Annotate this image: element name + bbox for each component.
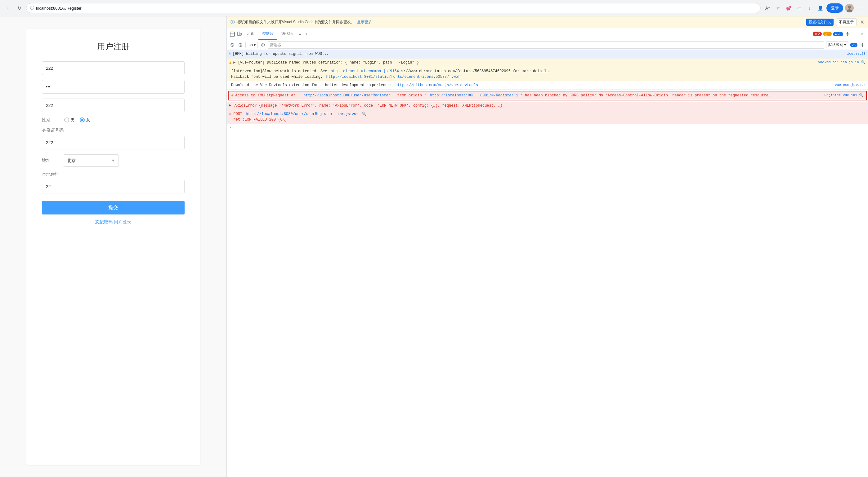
address-label: 地址 (42, 158, 59, 163)
download-icon[interactable]: ↓ (805, 4, 814, 12)
radio-inner-dot (81, 119, 84, 121)
top-label: top (248, 43, 253, 47)
xhr-source[interactable]: xhr.js:251 (338, 112, 358, 116)
close-devtools-icon[interactable]: ✕ (859, 31, 866, 37)
console-entry-expand: › (227, 124, 868, 132)
translate-icon[interactable]: Aᵃ (763, 4, 772, 12)
banner-actions: 设置根文件夹 不再显示 ✕ (806, 18, 864, 26)
filter-icon[interactable] (237, 42, 244, 48)
reload-button[interactable]: ↻ (15, 4, 24, 12)
more-options-icon[interactable]: ⋮ (852, 31, 858, 37)
local-address-input[interactable] (42, 180, 185, 194)
level-dropdown-arrow: ▾ (844, 43, 846, 47)
post-url[interactable]: http://localhost:8080/user/userRegister (246, 112, 333, 116)
banner-close-icon[interactable]: ✕ (860, 19, 864, 25)
add-tab-icon[interactable]: + (303, 31, 310, 37)
inspect-icon[interactable] (229, 31, 236, 37)
vue-router-text: ▶ [vue-router] Duplicate named routes de… (233, 60, 816, 65)
password-input[interactable] (42, 80, 185, 94)
bottom-expand-arrow[interactable]: › (229, 125, 231, 131)
male-radio-circle (64, 117, 69, 123)
search-icon-post[interactable]: 🔍 (362, 112, 366, 116)
tab-elements-label: 元素 (247, 31, 254, 36)
font-link[interactable]: http://localhost:8081/static/fonts/eleme… (326, 75, 462, 79)
address-bar[interactable]: ⓘ localhost:8081/#/Register (26, 3, 761, 13)
filter-input[interactable] (268, 41, 824, 49)
id-input[interactable] (42, 136, 185, 149)
login-button[interactable]: 登录 (827, 3, 843, 13)
level-label: 默认级别 (828, 42, 843, 47)
more-button[interactable]: ⋯ (856, 4, 864, 12)
eye-icon[interactable] (260, 42, 266, 48)
split-icon[interactable]: ▭ (795, 4, 804, 12)
top-dropdown-arrow: ▾ (254, 43, 256, 47)
vue-devtools-text: Download the Vue Devtools extension for … (231, 82, 833, 88)
browser-chrome: ← ↻ ⓘ localhost:8081/#/Register Aᵃ ☆ 💕 ▭… (0, 0, 868, 16)
female-radio-circle (80, 117, 85, 123)
post-status: net::ERR_FAILED 200 (OK) (233, 117, 866, 123)
vue-router-source[interactable]: vue-router.esm.js:16 (818, 60, 859, 65)
webpage-panel: 用户注册 性别 男 (0, 16, 226, 477)
back-button[interactable]: ← (4, 4, 12, 12)
chromestatus-link[interactable]: http (331, 69, 340, 73)
vue-esm-source[interactable]: vue.esm.js:9324 (835, 82, 866, 88)
console-entry-axios: ▶ AxiosError {message: 'Network Error', … (227, 102, 868, 110)
cors-url-link[interactable]: http://localhost:8080/user/userRegister (303, 93, 391, 98)
svg-point-13 (862, 44, 863, 45)
address-select[interactable]: 北京 上海 广州 (63, 155, 119, 167)
no-show-button[interactable]: 不再显示 (836, 18, 857, 26)
id-label: 身份证号码 (42, 128, 185, 133)
extension-icon[interactable]: 💕 (784, 4, 793, 12)
info-icon-hmr: ℹ (229, 52, 231, 57)
cors-origin-link[interactable]: http://localhost:808 (430, 93, 475, 98)
show-more-link[interactable]: 显示更多 (357, 20, 372, 25)
set-root-button[interactable]: 设置根文件夹 (806, 19, 834, 26)
search-icon-router[interactable]: 🔍 (861, 60, 866, 65)
avatar[interactable] (845, 4, 854, 12)
svg-rect-3 (230, 32, 235, 36)
forgot-password-link[interactable]: 忘记密码 (95, 219, 113, 225)
submit-button[interactable]: 提交 (42, 201, 185, 214)
element-ui-source[interactable]: element-ui.common.js:9164 (343, 69, 399, 73)
level-dropdown[interactable]: 默认级别 ▾ (826, 41, 848, 48)
post-method: POST (233, 112, 244, 116)
settings-icon[interactable] (844, 31, 850, 37)
svg-point-1 (848, 6, 851, 9)
devtools-panel: ⓘ 标识项目的根文件夹以打开Visual Studio Code中的源文件并同步… (226, 16, 868, 477)
banner-text: 标识项目的根文件夹以打开Visual Studio Code中的源文件并同步更改… (237, 20, 354, 25)
clear-console-icon[interactable] (229, 42, 236, 48)
svg-point-12 (262, 44, 263, 45)
female-radio[interactable]: 女 (80, 117, 90, 123)
main-layout: 用户注册 性别 男 (0, 16, 868, 477)
confirm-input[interactable] (42, 99, 185, 112)
hmr-source[interactable]: log.js:23 (847, 51, 866, 57)
tab-sources[interactable]: 源代码 (278, 28, 296, 40)
vue-devtools-link[interactable]: https://github.com/vuejs/vue-devtools (396, 83, 478, 88)
male-radio[interactable]: 男 (64, 117, 75, 123)
cors-register-link[interactable]: :8081/#/Register:1 (478, 93, 518, 98)
browser-toolbar: ← ↻ ⓘ localhost:8081/#/Register Aᵃ ☆ 💕 ▭… (0, 0, 868, 16)
security-icon: ⓘ (30, 5, 34, 11)
banner-left: ⓘ 标识项目的根文件夹以打开Visual Studio Code中的源文件并同步… (230, 20, 372, 25)
password-field (42, 80, 185, 94)
username-input[interactable] (42, 61, 185, 75)
expand-arrow-router[interactable]: ▶ (233, 61, 236, 65)
user-login-link[interactable]: 用户登录 (114, 219, 131, 225)
sync-icon[interactable]: 👤 (816, 4, 825, 12)
error-count-badge: ⊗2 (813, 32, 822, 36)
console-entry-cors: ⊗ Access to XMLHttpRequest at ' http://l… (228, 91, 867, 100)
tab-elements[interactable]: 元素 (243, 28, 258, 40)
console-content: ℹ [HMR] Waiting for update signal from W… (227, 50, 868, 477)
top-context-dropdown[interactable]: top ▾ (245, 42, 258, 48)
console-settings-icon[interactable] (859, 42, 866, 48)
register-vue-source[interactable]: Register.vue:101 (824, 93, 857, 98)
bookmark-icon[interactable]: ☆ (774, 4, 782, 12)
search-icon-cors[interactable]: 🔍 (859, 93, 864, 98)
gender-label: 性别 (42, 117, 59, 123)
tab-console[interactable]: 控制台 (258, 28, 277, 40)
devtools-banner: ⓘ 标识项目的根文件夹以打开Visual Studio Code中的源文件并同步… (227, 16, 868, 28)
more-tabs-icon[interactable]: » (297, 30, 303, 37)
gender-row: 性别 男 女 (42, 117, 185, 123)
device-icon[interactable] (236, 31, 242, 37)
axios-expand-arrow[interactable]: ▶ (229, 103, 231, 108)
